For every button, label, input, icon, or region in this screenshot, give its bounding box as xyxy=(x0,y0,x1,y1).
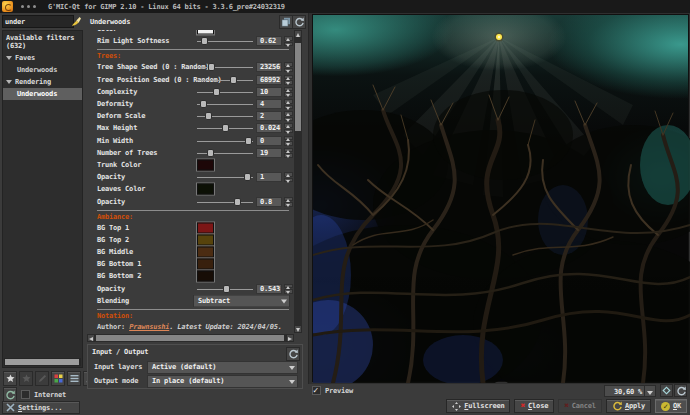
param-value-field[interactable]: 0.024 xyxy=(256,123,282,133)
param-slider[interactable] xyxy=(197,116,253,117)
slider-handle[interactable] xyxy=(230,76,237,84)
slider-handle[interactable] xyxy=(222,124,229,132)
param-value-field[interactable]: 1 xyxy=(256,172,282,182)
collapse-arrow-icon[interactable] xyxy=(6,80,12,84)
slider-handle[interactable] xyxy=(207,149,214,157)
params-vertical-scrollbar[interactable] xyxy=(294,30,302,333)
scroll-right-button[interactable] xyxy=(286,334,294,342)
color-swatch[interactable] xyxy=(197,159,214,170)
scroll-left-button[interactable] xyxy=(87,334,95,342)
color-swatch[interactable] xyxy=(197,30,214,35)
param-spinner[interactable] xyxy=(284,136,293,146)
color-swatch[interactable] xyxy=(197,259,214,270)
filter-item-underwoods[interactable]: Underwoods xyxy=(3,64,82,76)
reset-zoom-button[interactable] xyxy=(674,384,687,397)
color-swatch[interactable] xyxy=(197,184,214,195)
scrollbar-thumb[interactable] xyxy=(96,335,284,341)
collapse-arrow-icon[interactable] xyxy=(6,56,12,60)
brush-icon[interactable] xyxy=(71,16,82,27)
settings-button[interactable]: Settings... xyxy=(2,401,80,414)
spin-down-icon[interactable] xyxy=(284,178,293,183)
param-slider[interactable] xyxy=(197,141,253,142)
param-value-field[interactable]: 4 xyxy=(256,99,282,109)
spin-down-icon[interactable] xyxy=(284,153,293,158)
param-spinner[interactable] xyxy=(284,284,293,294)
spin-down-icon[interactable] xyxy=(284,289,293,294)
tree-horizontal-scrollbar[interactable] xyxy=(4,358,81,366)
spin-down-icon[interactable] xyxy=(284,141,293,146)
filter-item-underwoods[interactable]: Underwoods xyxy=(3,88,82,100)
param-select[interactable]: Subtract xyxy=(193,294,290,307)
param-spinner[interactable] xyxy=(284,75,293,85)
param-spinner[interactable] xyxy=(284,197,293,207)
param-slider[interactable] xyxy=(197,153,253,154)
color-swatch[interactable] xyxy=(197,247,214,258)
spin-down-icon[interactable] xyxy=(284,68,293,73)
param-value-field[interactable]: 23256 xyxy=(256,62,282,72)
param-slider[interactable] xyxy=(197,67,253,68)
param-value-field[interactable]: 2 xyxy=(256,111,282,121)
param-slider[interactable] xyxy=(197,289,253,290)
slider-handle[interactable] xyxy=(205,112,212,120)
list-view-button[interactable] xyxy=(67,371,81,386)
output-mode-select[interactable]: In place (default) xyxy=(147,375,298,388)
slider-handle[interactable] xyxy=(213,88,220,96)
refresh-filters-button[interactable] xyxy=(3,387,17,402)
param-slider[interactable] xyxy=(197,128,253,129)
param-value-field[interactable]: 0.543 xyxy=(256,284,282,294)
internet-checkbox[interactable] xyxy=(21,390,30,399)
spin-down-icon[interactable] xyxy=(284,202,293,207)
param-spinner[interactable] xyxy=(284,87,293,97)
params-horizontal-scrollbar[interactable] xyxy=(87,334,294,342)
spin-up-icon[interactable] xyxy=(284,36,293,41)
zoom-select[interactable]: 30,60 % xyxy=(604,385,656,397)
spin-down-icon[interactable] xyxy=(284,42,293,47)
param-value-field[interactable]: 68992 xyxy=(256,75,282,85)
param-value-field[interactable]: 0.8 xyxy=(256,197,282,207)
param-slider[interactable] xyxy=(197,104,253,105)
spin-up-icon[interactable] xyxy=(284,172,293,177)
slider-handle[interactable] xyxy=(244,173,251,181)
fullscreen-button[interactable]: Fullscreen xyxy=(446,399,510,413)
input-layers-select[interactable]: Active (default) xyxy=(147,361,298,374)
preview-image[interactable] xyxy=(312,14,689,382)
preview-checkbox[interactable] xyxy=(312,386,321,395)
param-slider[interactable] xyxy=(197,92,253,93)
tree-group-faves[interactable]: Faves xyxy=(3,52,82,64)
spin-down-icon[interactable] xyxy=(284,105,293,110)
search-input[interactable] xyxy=(2,15,74,28)
spin-down-icon[interactable] xyxy=(284,117,293,122)
spin-down-icon[interactable] xyxy=(284,80,293,85)
fit-zoom-button[interactable] xyxy=(660,384,673,397)
param-spinner[interactable] xyxy=(284,62,293,72)
param-spinner[interactable] xyxy=(284,148,293,158)
slider-handle[interactable] xyxy=(245,137,252,145)
slider-handle[interactable] xyxy=(234,198,241,206)
param-spinner[interactable] xyxy=(284,111,293,121)
color-swatch[interactable] xyxy=(197,271,214,282)
ok-button[interactable]: ✓ OK xyxy=(655,399,687,413)
param-spinner[interactable] xyxy=(284,172,293,182)
scroll-down-button[interactable] xyxy=(294,325,302,333)
scroll-up-button[interactable] xyxy=(294,30,302,38)
param-value-field[interactable]: 19 xyxy=(256,148,282,158)
param-slider[interactable] xyxy=(197,202,253,203)
slider-handle[interactable] xyxy=(223,285,230,293)
copy-command-button[interactable] xyxy=(279,15,293,29)
close-button[interactable]: ✖ Close xyxy=(514,399,554,413)
spin-up-icon[interactable] xyxy=(284,197,293,202)
param-spinner[interactable] xyxy=(284,36,293,46)
author-link[interactable]: Prawnsushi xyxy=(129,323,169,331)
reset-io-button[interactable] xyxy=(286,347,300,361)
param-spinner[interactable] xyxy=(284,123,293,133)
color-swatch[interactable] xyxy=(197,222,214,233)
colored-filters-button[interactable] xyxy=(51,371,65,386)
slider-handle[interactable] xyxy=(208,63,215,71)
spin-up-icon[interactable] xyxy=(284,62,293,67)
reset-filter-button[interactable] xyxy=(292,15,306,29)
param-value-field[interactable]: 0.62 xyxy=(256,36,282,46)
add-fave-button[interactable] xyxy=(3,371,17,386)
spin-down-icon[interactable] xyxy=(284,92,293,97)
spin-up-icon[interactable] xyxy=(284,148,293,153)
apply-button[interactable]: Apply xyxy=(606,399,651,413)
